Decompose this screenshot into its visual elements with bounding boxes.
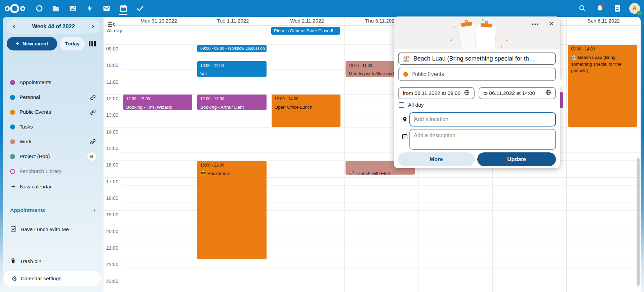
app-files-icon[interactable] [48,0,65,17]
timezone-globe-icon[interactable] [545,89,551,97]
calendar-category-select[interactable]: Public Events [398,68,556,81]
add-appointment-button[interactable]: + [92,207,96,214]
calendar-color-ring[interactable] [10,169,15,174]
beach-emoji: 🏖️ [403,55,410,63]
shared-link-icon[interactable] [90,94,96,101]
app-nav [31,0,149,17]
calendar-item-public-events[interactable]: Public Events [3,105,104,119]
app-mail-icon[interactable] [98,0,115,17]
week-navigation: ‹ Week 44 of 2022 › [7,19,100,34]
shared-link-icon[interactable] [90,109,96,115]
calendar-color-dot[interactable] [10,139,15,144]
app-photos-icon[interactable] [65,0,81,17]
app-tasks-icon[interactable] [132,0,149,17]
calendar-item-appointments[interactable]: Appointments [3,75,104,90]
description-input[interactable]: Add a description [409,129,556,150]
half-hour-gridline [122,268,641,269]
today-button[interactable]: Today [60,37,85,50]
popup-more-actions-icon[interactable]: ••• [532,21,539,27]
shared-link-icon[interactable] [90,139,96,145]
day-header-0[interactable]: Mon 31.10.2022 [122,17,196,25]
day-header-1[interactable]: Tue 1.11.2022 [196,17,270,25]
allday-event[interactable]: Pierre's General Store Closed! [271,27,340,35]
calendar-grid[interactable]: All day Mon 31.10.2022Tue 1.11.2022Wed 2… [104,17,641,292]
event-title-input[interactable]: 🏖️ Beach Luau (Bring something special f… [398,52,556,65]
trash-bin-button[interactable]: Trash bin [3,254,104,269]
calendar-check-icon [10,225,17,233]
day-header-2[interactable]: Wed 2.11.2022 [270,17,344,25]
calendar-color-dot[interactable] [10,95,15,100]
time-label: 19:00 [104,212,118,217]
calendar-item-label: Public Events [19,109,51,115]
hour-gridline [104,244,641,244]
calendar-item-tasks[interactable]: Tasks [3,119,104,134]
app-dashboard-icon[interactable] [31,0,48,17]
calendar-item-label: Work [19,139,32,145]
description-icon [401,134,408,140]
nextcloud-logo-icon[interactable] [5,3,26,13]
hour-gridline [104,44,641,45]
new-calendar-button[interactable]: + New calendar [3,179,104,194]
calendar-event[interactable]: 09:00 - 09:30 - Workflow Discussion [197,45,267,52]
calendar-color-dot[interactable] [10,80,15,85]
calendar-list: AppointmentsPersonalPublic EventsTasksWo… [3,75,104,179]
hour-gridline [104,177,641,178]
grid-separator [104,25,641,26]
notifications-bell-icon[interactable] [594,3,606,14]
more-button[interactable]: More [398,152,475,166]
calendar-event[interactable]: 09:00 - 14:00🏖️ Beach Luau (Bring someth… [568,45,637,127]
contacts-icon[interactable] [612,3,623,14]
hour-gridline [104,227,641,227]
topbar: A [0,0,644,17]
search-icon[interactable] [577,3,588,14]
calendar-item-fenchurch-library[interactable]: Fenchurch Library [3,164,104,179]
category-color-dot [403,72,408,77]
previous-week-button[interactable]: ‹ [13,23,15,30]
location-pin-icon [401,116,408,123]
collapse-sidebar-icon[interactable] [108,21,116,28]
calendar-color-dot[interactable] [10,124,15,130]
time-label: 17:00 [104,179,118,184]
from-datetime-input[interactable]: from 06.11.2022 at 09:00 [398,87,475,99]
day-column-line [270,17,270,292]
popup-illustration-header: ••• × [394,16,560,49]
vertical-scrollbar[interactable] [637,158,640,286]
calendar-settings-button[interactable]: ⚙ Calendar settings [3,271,102,286]
calendar-item-work[interactable]: Work [3,134,104,149]
notification-dot [601,4,604,7]
popup-arrow [560,78,565,87]
half-hour-gridline [122,285,641,285]
calendar-color-dot[interactable] [10,154,15,159]
calendar-item-personal[interactable]: Personal [3,90,104,105]
calendar-event[interactable]: 16:00 - 22:00😎 Hackathon [197,161,267,259]
week-view-columns-icon[interactable] [89,41,96,46]
close-icon[interactable]: × [549,19,554,29]
app-activity-icon[interactable] [81,0,98,17]
app-calendar-icon[interactable] [115,0,132,17]
time-label: 14:00 [104,129,118,135]
user-avatar[interactable]: A [629,3,640,14]
time-label: 20:00 [104,229,118,234]
to-datetime-input[interactable]: to 06.11.2022 at 14:00 [479,87,556,99]
calendar-event[interactable]: 12:00 - 14:00Open Office Lunch [272,95,341,127]
sidebar: ‹ Week 44 of 2022 › + New event Today Ap… [3,17,104,292]
calendar-color-dot[interactable] [10,110,15,115]
new-event-button[interactable]: + New event [7,37,57,50]
next-week-button[interactable]: › [92,23,94,30]
calendar-item-project-bob[interactable]: Project (Bob)B [3,149,104,164]
calendar-event[interactable]: 10:00 - 11:00Vet [197,61,267,77]
appointment-item[interactable]: Have Lunch With Me [3,222,104,237]
hour-gridline [104,194,641,194]
avatar-letter: A [633,5,637,12]
time-label: 16:00 [104,162,118,168]
timezone-globe-icon[interactable] [464,89,470,97]
all-day-checkbox[interactable]: All day [399,102,424,108]
update-button[interactable]: Update [477,152,556,166]
calendar-event[interactable]: 12:00 - 13:00Booking - Arthur Dent [197,95,267,110]
calendar-event[interactable]: 12:00 - 13:00Booking - Tim (Wizard) [123,95,193,110]
hour-gridline [104,144,641,144]
checkbox-unchecked[interactable] [399,102,404,108]
time-label: 22:00 [104,262,118,267]
day-header-6[interactable]: Sun 6.11.2022 [566,17,641,25]
location-input[interactable]: Add a location [409,112,556,126]
